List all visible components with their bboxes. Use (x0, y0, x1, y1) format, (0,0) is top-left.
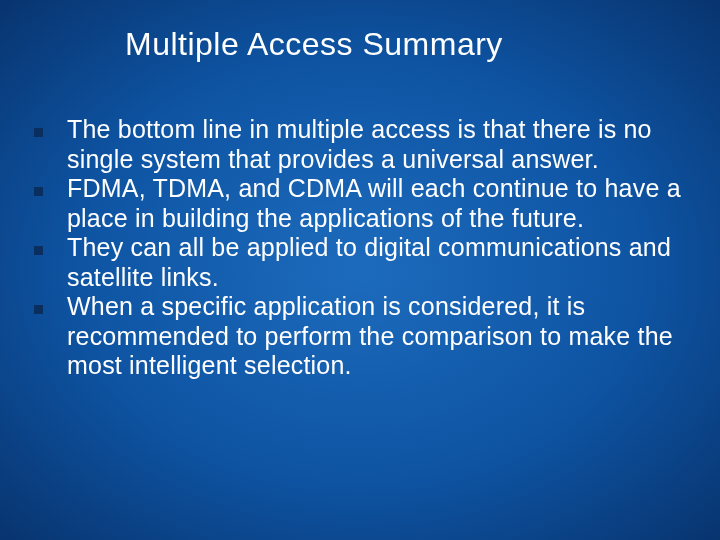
list-item: They can all be applied to digital commu… (28, 233, 696, 292)
square-bullet-icon (34, 128, 43, 137)
slide: Multiple Access Summary The bottom line … (0, 0, 720, 540)
square-bullet-icon (34, 246, 43, 255)
bullet-text: When a specific application is considere… (67, 292, 696, 381)
slide-title: Multiple Access Summary (0, 0, 720, 63)
square-bullet-icon (34, 187, 43, 196)
list-item: FDMA, TDMA, and CDMA will each continue … (28, 174, 696, 233)
list-item: The bottom line in multiple access is th… (28, 115, 696, 174)
square-bullet-icon (34, 305, 43, 314)
slide-content: The bottom line in multiple access is th… (28, 115, 696, 381)
list-item: When a specific application is considere… (28, 292, 696, 381)
bullet-text: They can all be applied to digital commu… (67, 233, 696, 292)
bullet-text: The bottom line in multiple access is th… (67, 115, 696, 174)
bullet-text: FDMA, TDMA, and CDMA will each continue … (67, 174, 696, 233)
